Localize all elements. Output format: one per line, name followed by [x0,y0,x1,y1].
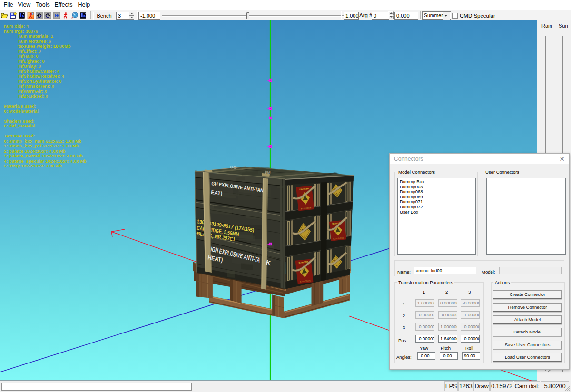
svg-text:1: ammo_box_pzf 512x512: 1.00: 1: ammo_box_pzf 512x512: 1.00 Mb [4,144,79,148]
svg-text:num materials: 1: num materials: 1 [18,34,53,39]
svg-text:2: palette 1024x1024: 4.00 Mb: 2: palette 1024x1024: 4.00 Mb [4,149,66,154]
svg-text:mfSortByDistance: 0: mfSortByDistance: 0 [18,79,61,84]
svg-text:mfTransparent: 0: mfTransparent: 0 [18,84,54,88]
svg-text:Shaders used:: Shaders used: [4,119,34,124]
svg-text:5: strap 1024x1024: 4.00 Mb: 5: strap 1024x1024: 4.00 Mb [4,164,62,168]
svg-text:Materials used:: Materials used: [4,104,36,108]
svg-text:mfWarmAir: 0: mfWarmAir: 0 [18,89,47,94]
svg-text:num textures: 6: num textures: 6 [18,39,51,44]
svg-text:3: palette_normal 1024x1024: 4: 3: palette_normal 1024x1024: 4.00 Mb [4,154,83,158]
svg-text:OO: OO [230,165,237,170]
svg-text:mfHalo: 0: mfHalo: 0 [18,54,38,59]
svg-text:0: ModelMaterial: 0: ModelMaterial [4,109,39,114]
svg-text:num objs: 4: num objs: 4 [4,24,29,29]
svg-text:mfShadowCaster: 4: mfShadowCaster: 4 [18,69,60,74]
svg-text:0: def_material: 0: def_material [4,124,35,128]
svg-text:mfOnlay: 0: mfOnlay: 0 [18,64,41,69]
svg-text:0: ammo_box_mun 512x512: 1.00: 0: ammo_box_mun 512x512: 1.00 Mb [4,139,82,144]
svg-text:IIM: IIM [265,170,271,175]
svg-text:mfEffect: 0: mfEffect: 0 [18,49,41,54]
svg-text:textures weight: 18.00Mb: textures weight: 18.00Mb [18,44,71,49]
svg-text:num trgs: 30876: num trgs: 30876 [4,29,38,34]
svg-text:mfZNudged: 0: mfZNudged: 0 [18,94,48,98]
svg-text:4: patette_specular 1024x1024:: 4: patette_specular 1024x1024: 4.00 Mb [4,159,87,164]
svg-text:Textures used:: Textures used: [4,134,35,138]
svg-text:mfShadowReceiver: 4: mfShadowReceiver: 4 [18,74,64,78]
svg-text:mfLighted: 0: mfLighted: 0 [18,59,45,64]
